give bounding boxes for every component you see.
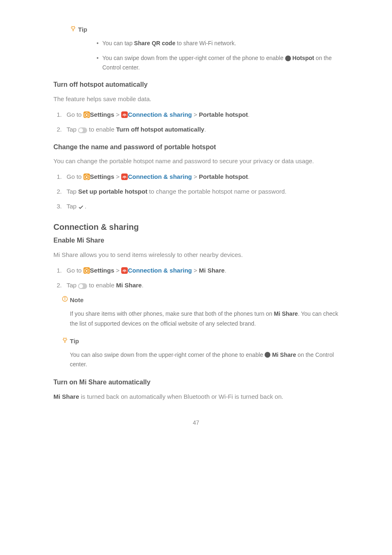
text: You can swipe down from the upper-right … [102, 55, 285, 61]
text: Tap [67, 188, 78, 195]
step-number: 2. [57, 280, 62, 290]
step-item: 1. Go to Settings > Connection & sharing… [53, 172, 339, 182]
mishare-icon [265, 352, 270, 358]
settings-icon [83, 267, 90, 274]
step-item: 2. Tap Set up portable hotspot to change… [53, 187, 339, 197]
settings-label: Settings [90, 173, 114, 180]
svg-point-8 [65, 298, 65, 298]
text: You can also swipe down from the upper-r… [70, 352, 265, 358]
tip-label: Tip [70, 25, 339, 35]
section-heading: Enable Mi Share [53, 235, 339, 246]
step-number: 2. [57, 125, 62, 134]
connection-icon [121, 173, 128, 180]
text: Go to [67, 111, 83, 118]
text: You can tap [102, 40, 134, 46]
tip-bullet: You can swipe down from the upper-right … [97, 53, 339, 72]
bold-text: Mi Share [116, 282, 142, 289]
section-heading: Turn on Mi Share automatically [53, 377, 339, 388]
section-desc: Mi Share is turned back on automatically… [53, 392, 339, 402]
tip-body: You can also swipe down from the upper-r… [70, 350, 339, 370]
step-number: 3. [57, 201, 62, 211]
svg-point-3 [86, 176, 88, 178]
tip-text: Tip [78, 25, 87, 35]
text: . [85, 203, 86, 210]
text: . [248, 111, 249, 118]
portable-hotspot-label: Portable hotspot [199, 173, 248, 180]
text: Go to [67, 267, 83, 274]
bold-text: Mi Share [53, 393, 79, 400]
note-text: Note [70, 295, 83, 305]
bold-text: Mi Share [272, 352, 296, 358]
mishare-label: Mi Share [199, 267, 225, 274]
tip-label: Tip [62, 336, 339, 346]
text: Tap [67, 126, 78, 133]
bold-text: Hotspot [293, 55, 314, 61]
text: . [225, 267, 226, 274]
separator: > [114, 111, 121, 118]
tip-text: Tip [70, 336, 79, 346]
hotspot-icon [285, 56, 291, 61]
bulb-icon [70, 25, 76, 35]
note-body: If you share items with other phones, ma… [70, 309, 339, 329]
step-item: 2. Tap to enable Mi Share. [53, 280, 339, 290]
connection-icon [121, 267, 128, 274]
section-heading: Change the name and password of portable… [53, 142, 339, 153]
main-heading: Connection & sharing [53, 220, 339, 234]
settings-label: Settings [90, 267, 114, 274]
separator: > [114, 267, 121, 274]
step-item: 2. Tap to enable Turn off hotspot automa… [53, 125, 339, 134]
toggle-icon [78, 283, 87, 289]
separator: > [192, 111, 199, 118]
connection-link[interactable]: Connection & sharing [128, 111, 192, 118]
separator: > [114, 173, 121, 180]
note-label: Note [62, 295, 339, 305]
text: to share Wi-Fi network. [175, 40, 236, 46]
separator: > [192, 267, 199, 274]
bold-text: Share QR code [134, 40, 175, 46]
info-icon [62, 295, 68, 305]
text: Go to [67, 173, 83, 180]
svg-point-2 [124, 116, 125, 116]
step-item: 1. Go to Settings > Connection & sharing… [53, 266, 339, 275]
section-desc: Mi Share allows you to send items wirele… [53, 250, 339, 260]
text: . [204, 126, 206, 133]
text: to enable [87, 126, 116, 133]
text: . [142, 282, 143, 289]
step-item: 1. Go to Settings > Connection & sharing… [53, 110, 339, 120]
text: to enable [87, 282, 116, 289]
connection-link[interactable]: Connection & sharing [128, 267, 192, 274]
text: Tap [67, 282, 78, 289]
bold-text: Mi Share [274, 310, 298, 317]
tip-bullet: You can tap Share QR code to share Wi-Fi… [97, 39, 339, 48]
connection-link[interactable]: Connection & sharing [128, 173, 192, 180]
connection-icon [121, 111, 128, 118]
bold-text: Set up portable hotspot [78, 188, 147, 195]
text: to change the portable hotspot name or p… [148, 188, 287, 195]
settings-icon [83, 111, 90, 118]
svg-point-6 [124, 271, 125, 272]
svg-point-9 [64, 338, 67, 341]
text: Tap [67, 203, 78, 210]
text: is turned back on automatically when Blu… [79, 393, 284, 400]
step-item: 3. Tap . [53, 201, 339, 211]
svg-point-0 [72, 26, 75, 29]
bulb-icon [62, 336, 68, 346]
svg-point-1 [86, 114, 88, 116]
step-number: 1. [57, 266, 62, 275]
toggle-icon [78, 127, 87, 133]
step-number: 2. [57, 187, 62, 197]
settings-label: Settings [90, 111, 114, 118]
check-icon [78, 203, 85, 210]
bold-text: Turn off hotspot automatically [116, 126, 204, 133]
section-desc: You can change the portable hotspot name… [53, 156, 339, 166]
step-number: 1. [57, 110, 62, 120]
step-number: 1. [57, 172, 62, 182]
settings-icon [83, 173, 90, 180]
section-desc: The feature helps save mobile data. [53, 94, 339, 104]
svg-point-5 [86, 270, 88, 272]
page-number: 47 [53, 418, 339, 427]
svg-point-4 [124, 178, 125, 178]
text: If you share items with other phones, ma… [70, 310, 274, 317]
text: . [248, 173, 249, 180]
section-heading: Turn off hotspot automatically [53, 79, 339, 90]
